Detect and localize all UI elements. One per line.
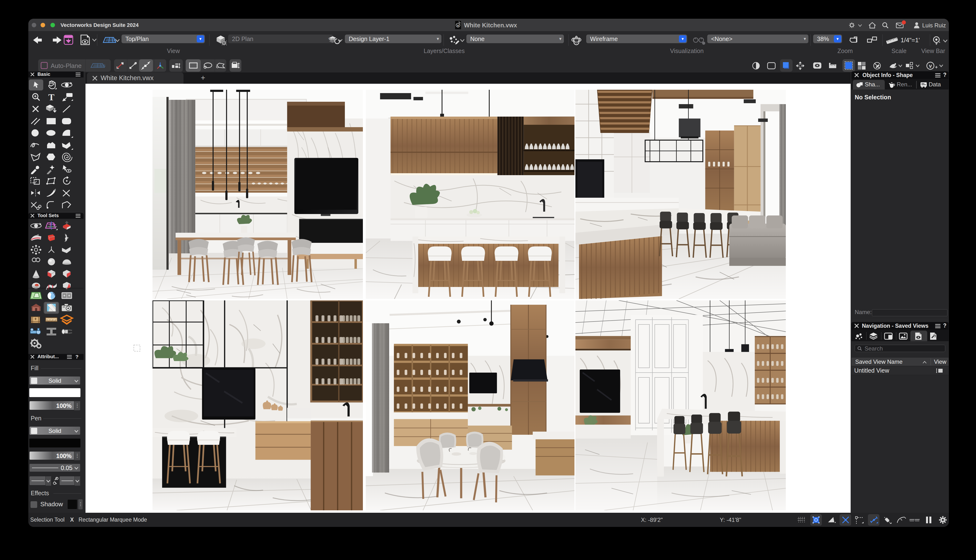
svg-text:v: v: [929, 63, 932, 69]
svg-text:v: v: [457, 23, 459, 27]
svg-text:T: T: [48, 92, 54, 102]
